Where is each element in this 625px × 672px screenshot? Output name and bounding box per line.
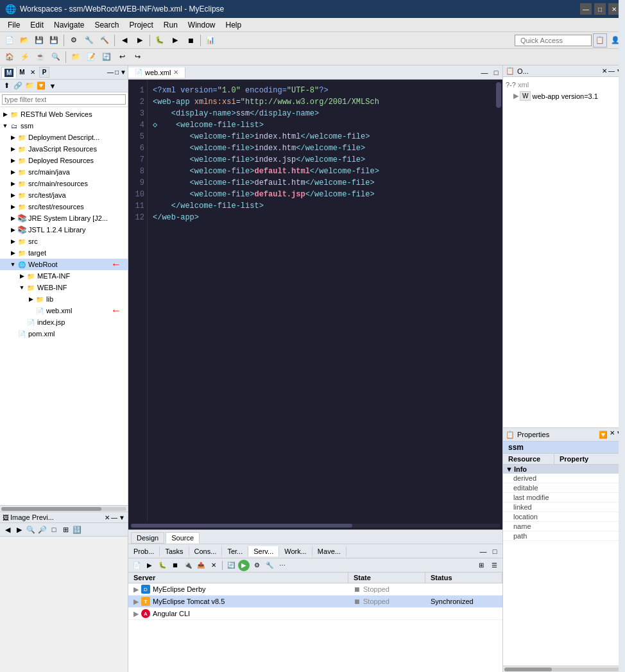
tree-item-meta-inf[interactable]: ▶ 📁 META-INF bbox=[0, 270, 128, 282]
tree-item-src-test-java[interactable]: ▶ 📁 src/test/java bbox=[0, 189, 128, 201]
server-start-btn[interactable]: ▶ bbox=[144, 560, 155, 571]
menu-navigate[interactable]: Navigate bbox=[49, 19, 89, 31]
code-editor[interactable]: <?xml version="1.0" encoding="UTF-8"?> <… bbox=[148, 80, 495, 522]
tree-item-pom-xml[interactable]: ▶ 📄 pom.xml bbox=[0, 328, 128, 340]
editor-scrollbar[interactable] bbox=[495, 80, 502, 522]
menu-search[interactable]: Search bbox=[89, 19, 124, 31]
outline-webapp[interactable]: ▶ W web-app version=3.1 bbox=[506, 90, 622, 102]
tree-item-src-main-res[interactable]: ▶ 📁 src/main/resources bbox=[0, 178, 128, 189]
toolbar-perspective-1[interactable]: 📋 bbox=[593, 33, 607, 47]
tab-cons[interactable]: Cons... bbox=[189, 546, 223, 556]
panel-menu-icon[interactable]: ▼ bbox=[120, 69, 126, 76]
filter-btn[interactable]: 🔽 bbox=[36, 81, 46, 91]
panel-minimize-icon[interactable]: — bbox=[107, 69, 114, 76]
img-size-btn[interactable]: 🔢 bbox=[72, 524, 82, 535]
toolbar-new[interactable]: 📄 bbox=[3, 33, 17, 47]
server-publish-btn[interactable]: 📤 bbox=[195, 560, 207, 571]
server-row-angular[interactable]: ▶ A Angular CLI bbox=[128, 608, 502, 620]
toolbar2-btn-7[interactable]: 🔄 bbox=[99, 50, 114, 64]
quick-access-input[interactable] bbox=[515, 35, 592, 46]
menu-project[interactable]: Project bbox=[124, 19, 158, 31]
server-row-derby[interactable]: ▶ D MyEclipse Derby ⏹ Stopped bbox=[128, 583, 502, 596]
tree-item-index-jsp[interactable]: ▶ 📄 index.jsp bbox=[0, 316, 128, 328]
bottom-panel-maximize[interactable]: □ bbox=[490, 546, 500, 556]
img-zoom-in-btn[interactable]: 🔍 bbox=[26, 524, 36, 535]
editor-minimize[interactable]: — bbox=[479, 67, 490, 78]
server-debug-btn[interactable]: 🐛 bbox=[157, 560, 168, 571]
server-list-btn[interactable]: ☰ bbox=[488, 560, 500, 571]
tab-serv[interactable]: Serv... bbox=[248, 546, 279, 556]
image-preview-close[interactable]: ✕ bbox=[105, 514, 110, 521]
menu-help[interactable]: Help bbox=[221, 19, 247, 31]
server-refresh-btn[interactable]: 🔄 bbox=[225, 560, 237, 571]
server-start-green-btn[interactable]: ▶ bbox=[238, 560, 250, 571]
tree-item-restful[interactable]: ▶ 📁 RESTful Web Services bbox=[0, 108, 128, 120]
tab-prob[interactable]: Prob... bbox=[128, 546, 160, 556]
toolbar2-btn-2[interactable]: ⚡ bbox=[18, 50, 32, 64]
tab-work[interactable]: Work... bbox=[279, 546, 312, 556]
toolbar-btn-4[interactable]: 🔨 bbox=[98, 33, 112, 47]
tree-item-js[interactable]: ▶ 📁 JavaScript Resources bbox=[0, 143, 128, 155]
toolbar2-btn-9[interactable]: ↪ bbox=[130, 50, 144, 64]
tree-item-web-xml[interactable]: ▶ 📄 web.xml ← bbox=[0, 305, 128, 316]
maximize-button[interactable]: □ bbox=[594, 3, 606, 15]
props-close[interactable]: ✕ bbox=[610, 429, 615, 440]
search-input[interactable] bbox=[2, 94, 126, 105]
toolbar-debug[interactable]: 🐛 bbox=[153, 33, 167, 47]
editor-tab-close[interactable]: ✕ bbox=[173, 69, 178, 76]
tree-item-src[interactable]: ▶ 📁 src bbox=[0, 236, 128, 247]
server-row-tomcat[interactable]: ▶ T MyEclipse Tomcat v8.5 ⏹ Stopped Sync… bbox=[128, 596, 502, 608]
editor-tab-webxml[interactable]: 📄 web.xml ✕ bbox=[128, 67, 185, 78]
panel-tab-m[interactable]: M bbox=[4, 69, 13, 77]
tree-item-deployment[interactable]: ▶ 📁 Deployment Descript... bbox=[0, 132, 128, 143]
props-filter-btn[interactable]: 🔽 bbox=[598, 429, 608, 440]
img-prev-btn[interactable]: ◀ bbox=[3, 524, 13, 535]
server-disconnect-btn[interactable]: 🔌 bbox=[182, 560, 194, 571]
image-preview-menu[interactable]: ▼ bbox=[119, 514, 125, 521]
server-remove-btn[interactable]: ✕ bbox=[208, 560, 219, 571]
editor-h-scrollbar[interactable] bbox=[128, 522, 502, 530]
server-view-btn[interactable]: ⊞ bbox=[475, 560, 487, 571]
collapse-all-btn[interactable]: ⬆ bbox=[1, 81, 12, 91]
source-tab[interactable]: Source bbox=[166, 532, 200, 544]
minimize-button[interactable]: — bbox=[580, 3, 592, 15]
panel-tab-p[interactable]: P bbox=[39, 67, 50, 78]
link-editor-btn[interactable]: 🔗 bbox=[13, 81, 23, 91]
tree-item-jstl[interactable]: ▶ 📚 JSTL 1.2.4 Library bbox=[0, 224, 128, 236]
img-grid-btn[interactable]: ⊞ bbox=[60, 524, 71, 535]
outline-close[interactable]: ✕ bbox=[602, 67, 607, 74]
toolbar-save[interactable]: 💾 bbox=[32, 33, 46, 47]
bottom-panel-minimize[interactable]: — bbox=[478, 546, 488, 556]
menu-edit[interactable]: Edit bbox=[25, 19, 49, 31]
tab-mave[interactable]: Mave... bbox=[312, 546, 347, 556]
props-section-arrow[interactable]: ▼ bbox=[506, 465, 513, 473]
toolbar-stop[interactable]: ⏹ bbox=[184, 33, 198, 47]
tree-item-src-test-res[interactable]: ▶ 📁 src/test/resources bbox=[0, 201, 128, 212]
toolbar2-btn-3[interactable]: ☕ bbox=[33, 50, 47, 64]
design-tab[interactable]: Design bbox=[131, 532, 164, 544]
left-panel-scrollbar[interactable] bbox=[0, 505, 128, 512]
panel-menu-btn[interactable]: ▼ bbox=[47, 81, 58, 91]
img-zoom-out-btn[interactable]: 🔎 bbox=[37, 524, 47, 535]
menu-file[interactable]: File bbox=[3, 19, 25, 31]
server-more-btn[interactable]: ⋯ bbox=[277, 560, 288, 571]
tree-item-webroot[interactable]: ▼ 🌐 WebRoot ← bbox=[0, 259, 128, 270]
img-next-btn[interactable]: ▶ bbox=[14, 524, 24, 535]
toolbar-btn-6[interactable]: ▶ bbox=[133, 33, 147, 47]
tree-item-web-inf[interactable]: ▼ 📁 WEB-INF bbox=[0, 282, 128, 293]
server-new-btn[interactable]: 📄 bbox=[131, 560, 142, 571]
toolbar-run[interactable]: ▶ bbox=[168, 33, 182, 47]
right-panel-scrollbar[interactable] bbox=[503, 666, 625, 672]
toolbar-btn-5[interactable]: ◀ bbox=[117, 33, 132, 47]
panel-maximize-icon[interactable]: □ bbox=[115, 69, 119, 76]
toolbar2-btn-1[interactable]: 🏠 bbox=[3, 50, 17, 64]
server-settings-btn[interactable]: ⚙ bbox=[251, 560, 262, 571]
image-preview-minimize[interactable]: — bbox=[111, 514, 117, 521]
tree-item-jre[interactable]: ▶ 📚 JRE System Library [J2... bbox=[0, 212, 128, 224]
toolbar2-btn-8[interactable]: ↩ bbox=[115, 50, 129, 64]
toolbar-profile[interactable]: 📊 bbox=[203, 33, 218, 47]
new-folder-btn[interactable]: 📁 bbox=[24, 81, 35, 91]
tree-item-src-main-java[interactable]: ▶ 📁 src/main/java bbox=[0, 166, 128, 178]
tree-item-target[interactable]: ▶ 📁 target bbox=[0, 247, 128, 259]
tree-item-ssm[interactable]: ▼ 🗂 ssm bbox=[0, 120, 128, 132]
